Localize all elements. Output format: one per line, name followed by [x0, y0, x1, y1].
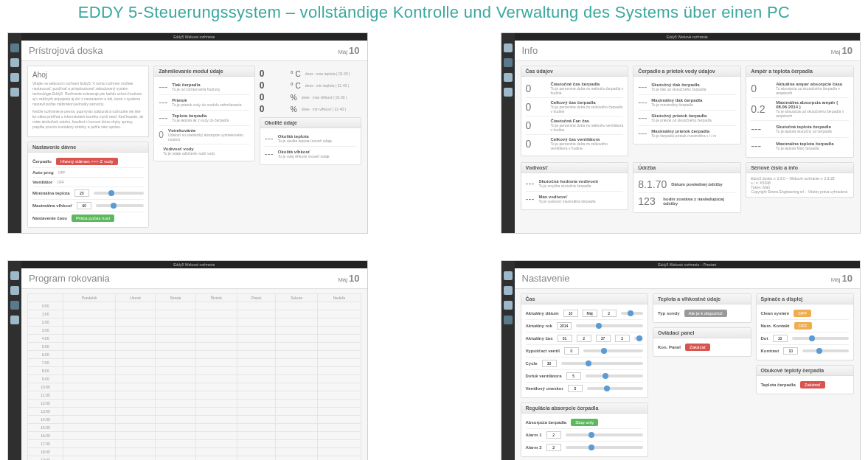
schedule-cell[interactable] — [116, 416, 156, 424]
display-slider[interactable] — [792, 337, 849, 340]
setting-input[interactable] — [564, 347, 579, 355]
schedule-cell[interactable] — [63, 400, 116, 408]
schedule-cell[interactable] — [116, 448, 156, 456]
schedule-cell[interactable] — [63, 310, 116, 318]
schedule-cell[interactable] — [195, 375, 237, 383]
schedule-cell[interactable] — [63, 367, 116, 375]
alarm2-slider[interactable] — [566, 446, 644, 449]
schedule-cell[interactable] — [195, 424, 237, 432]
schedule-cell[interactable] — [116, 302, 156, 310]
schedule-cell[interactable] — [318, 310, 361, 318]
pump-badge[interactable]: Hlavný stămen >>> Z vody — [56, 158, 118, 165]
schedule-cell[interactable] — [63, 416, 116, 424]
setting-input[interactable] — [615, 335, 630, 342]
schedule-cell[interactable] — [275, 391, 317, 400]
schedule-cell[interactable] — [156, 335, 195, 343]
schedule-cell[interactable] — [318, 391, 361, 400]
schedule-cell[interactable] — [318, 318, 361, 327]
maxhum-input[interactable] — [77, 202, 91, 209]
nav-dashboard-icon[interactable] — [10, 43, 19, 52]
display-toggle[interactable]: OFF — [794, 310, 811, 317]
schedule-cell[interactable] — [156, 351, 195, 359]
schedule-cell[interactable] — [275, 351, 317, 359]
schedule-cell[interactable] — [275, 302, 317, 310]
schedule-cell[interactable] — [237, 456, 276, 461]
schedule-cell[interactable] — [116, 327, 156, 335]
timeset-badge[interactable]: Práca počas noci — [72, 215, 114, 222]
schedule-cell[interactable] — [275, 424, 317, 432]
schedule-cell[interactable] — [318, 440, 361, 448]
schedule-cell[interactable] — [116, 391, 156, 400]
schedule-cell[interactable] — [237, 310, 276, 318]
nav-dashboard-icon[interactable] — [504, 43, 513, 52]
schedule-cell[interactable] — [195, 408, 237, 416]
schedule-cell[interactable] — [116, 310, 156, 318]
setting-input[interactable] — [542, 360, 557, 367]
nav-schedule-icon[interactable] — [504, 301, 513, 310]
schedule-cell[interactable] — [237, 416, 276, 424]
schedule-cell[interactable] — [63, 383, 116, 391]
schedule-cell[interactable] — [156, 456, 195, 461]
schedule-cell[interactable] — [156, 327, 195, 335]
schedule-cell[interactable] — [116, 440, 156, 448]
nav-dashboard-icon[interactable] — [504, 271, 513, 280]
schedule-cell[interactable] — [318, 416, 361, 424]
schedule-cell[interactable] — [116, 359, 156, 367]
nav-info-icon[interactable] — [504, 58, 513, 67]
schedule-cell[interactable] — [156, 367, 195, 375]
schedule-cell[interactable] — [318, 343, 361, 351]
nav-settings-icon[interactable] — [504, 88, 513, 97]
schedule-cell[interactable] — [195, 310, 237, 318]
schedule-cell[interactable] — [318, 351, 361, 359]
nav-info-icon[interactable] — [504, 286, 513, 295]
schedule-cell[interactable] — [116, 408, 156, 416]
schedule-cell[interactable] — [318, 335, 361, 343]
schedule-cell[interactable] — [318, 408, 361, 416]
schedule-cell[interactable] — [195, 318, 237, 327]
schedule-cell[interactable] — [156, 424, 195, 432]
schedule-cell[interactable] — [318, 375, 361, 383]
schedule-cell[interactable] — [275, 440, 317, 448]
schedule-cell[interactable] — [195, 302, 237, 310]
schedule-cell[interactable] — [156, 383, 195, 391]
schedule-cell[interactable] — [116, 432, 156, 440]
setting-slider[interactable] — [583, 349, 643, 352]
setting-slider[interactable] — [587, 387, 643, 390]
schedule-cell[interactable] — [156, 448, 195, 456]
schedule-cell[interactable] — [116, 424, 156, 432]
schedule-cell[interactable] — [275, 448, 317, 456]
schedule-cell[interactable] — [318, 383, 361, 391]
nav-settings-icon[interactable] — [10, 316, 19, 324]
nav-schedule-icon[interactable] — [10, 301, 19, 310]
abs-btn[interactable]: Stop only — [571, 419, 598, 426]
konpanel-btn[interactable]: Zakázať — [685, 344, 710, 351]
schedule-cell[interactable] — [116, 367, 156, 375]
schedule-cell[interactable] — [237, 327, 276, 335]
schedule-cell[interactable] — [237, 432, 276, 440]
display-input[interactable] — [783, 347, 798, 355]
schedule-cell[interactable] — [237, 367, 276, 375]
setting-input[interactable] — [602, 310, 617, 317]
schedule-cell[interactable] — [275, 335, 317, 343]
schedule-cell[interactable] — [156, 318, 195, 327]
schedule-cell[interactable] — [275, 310, 317, 318]
schedule-cell[interactable] — [318, 367, 361, 375]
setting-input[interactable] — [566, 372, 581, 380]
schedule-cell[interactable] — [275, 359, 317, 367]
schedule-cell[interactable] — [237, 318, 276, 327]
schedule-cell[interactable] — [63, 448, 116, 456]
schedule-cell[interactable] — [237, 335, 276, 343]
schedule-cell[interactable] — [195, 440, 237, 448]
alarm2-input[interactable] — [546, 444, 561, 451]
schedule-cell[interactable] — [318, 400, 361, 408]
schedule-cell[interactable] — [318, 424, 361, 432]
schedule-cell[interactable] — [63, 318, 116, 327]
schedule-cell[interactable] — [237, 391, 276, 400]
schedule-cell[interactable] — [156, 400, 195, 408]
probe-btn[interactable]: Ale je k dispozícii — [684, 310, 727, 317]
schedule-cell[interactable] — [156, 302, 195, 310]
schedule-cell[interactable] — [195, 456, 237, 461]
nav-schedule-icon[interactable] — [504, 73, 513, 82]
setting-input[interactable] — [583, 310, 597, 317]
schedule-cell[interactable] — [63, 351, 116, 359]
